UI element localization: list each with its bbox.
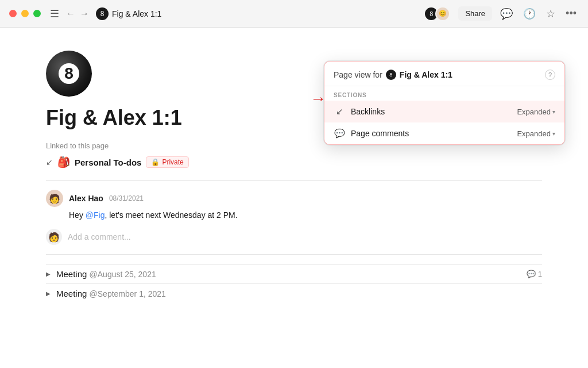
- dropdown-title: Page view for 8 Fig & Alex 1:1: [334, 70, 452, 80]
- history-icon[interactable]: 🕐: [521, 5, 538, 22]
- sections-label: SECTIONS: [324, 86, 564, 101]
- titlebar-right: 8 😊 Share 💬 🕐 ☆ •••: [424, 5, 579, 22]
- page-comments-status-dropdown[interactable]: Expanded ▾: [517, 129, 555, 138]
- minimize-button[interactable]: [21, 10, 29, 17]
- more-icon[interactable]: •••: [563, 5, 579, 22]
- backlink-section-icon: ↙: [334, 106, 345, 117]
- traffic-lights: [9, 10, 41, 17]
- current-user-avatar: 🧑: [46, 229, 62, 245]
- back-button[interactable]: ←: [66, 9, 75, 19]
- backlinks-status-text: Expanded: [517, 108, 551, 116]
- lock-icon: 🔒: [151, 158, 160, 166]
- comment-num-1: 1: [538, 270, 542, 278]
- subpage-2-date: @September 1, 2021: [90, 289, 166, 298]
- dropdown-header: Page view for 8 Fig & Alex 1:1 ?: [324, 62, 564, 86]
- backlinks-status-dropdown[interactable]: Expanded ▾: [517, 108, 555, 116]
- comment-icon-1: 💬: [527, 270, 536, 278]
- subpage-1-label: Meeting @August 25, 2021: [56, 269, 521, 279]
- commenter-avatar: 🧑: [46, 190, 63, 207]
- avatar-alex: 😊: [435, 6, 450, 21]
- backlink-name: Personal To-dos: [75, 158, 141, 167]
- page-comments-label: Page comments: [351, 129, 511, 138]
- share-button[interactable]: Share: [458, 6, 492, 21]
- section-page-comments[interactable]: 💬 Page comments Expanded ▾: [324, 122, 564, 144]
- sub-pages: ▶ Meeting @August 25, 2021 💬 1 ▶ Meeting…: [46, 264, 542, 303]
- star-icon[interactable]: ☆: [544, 5, 558, 22]
- chat-icon[interactable]: 💬: [498, 5, 515, 22]
- avatar-group: 8 😊: [424, 6, 450, 21]
- comment-author: Alex Hao: [69, 194, 103, 203]
- comment-post: , let's meet next Wednesday at 2 PM.: [105, 210, 237, 220]
- add-comment-row[interactable]: 🧑 Add a comment...: [46, 229, 542, 245]
- linked-item[interactable]: ↙ 🎒 Personal To-dos 🔒 Private: [46, 156, 542, 168]
- expand-icon-2: ▶: [46, 290, 51, 297]
- nav-buttons: ← →: [66, 9, 89, 19]
- comment-mention: @Fig: [86, 210, 105, 220]
- comment-block: 🧑 Alex Hao 08/31/2021 Hey @Fig, let's me…: [46, 190, 542, 220]
- comment-header: 🧑 Alex Hao 08/31/2021: [46, 190, 542, 207]
- page-view-dropdown: Page view for 8 Fig & Alex 1:1 ? SECTION…: [324, 61, 565, 145]
- red-arrow-indicator: →: [310, 90, 326, 108]
- comment-date: 08/31/2021: [109, 194, 144, 202]
- backlink-icon: ↙: [46, 158, 53, 167]
- forward-button[interactable]: →: [80, 9, 89, 19]
- comments-chevron: ▾: [552, 131, 555, 137]
- section-backlinks[interactable]: ↙ Backlinks Expanded ▾: [324, 101, 564, 122]
- subpage-2-label: Meeting @September 1, 2021: [56, 289, 542, 298]
- private-badge: 🔒 Private: [146, 156, 188, 168]
- backlinks-label: Backlinks: [351, 107, 511, 116]
- comment-text: Hey @Fig, let's meet next Wednesday at 2…: [69, 210, 542, 220]
- dropdown-for-label: Page view for: [334, 70, 382, 79]
- dropdown-page-name: Fig & Alex 1:1: [400, 70, 452, 79]
- page-icon-small: 8: [96, 7, 109, 20]
- comments-section-icon: 💬: [334, 128, 345, 139]
- subpage-1-date: @August 25, 2021: [90, 270, 156, 279]
- 8ball-icon: [46, 51, 92, 97]
- backlinks-chevron: ▾: [552, 109, 555, 115]
- subpage-1[interactable]: ▶ Meeting @August 25, 2021 💬 1: [46, 264, 542, 283]
- backlink-emoji: 🎒: [57, 156, 70, 168]
- divider-2: [46, 254, 542, 255]
- private-label: Private: [162, 158, 183, 166]
- titlebar: ☰ ← → 8 Fig & Alex 1:1 8 😊 Share 💬 🕐 ☆ •…: [0, 0, 588, 28]
- close-button[interactable]: [9, 10, 17, 17]
- menu-icon[interactable]: ☰: [50, 7, 59, 20]
- fullscreen-button[interactable]: [33, 10, 41, 17]
- expand-icon-1: ▶: [46, 271, 51, 277]
- add-comment-placeholder[interactable]: Add a comment...: [68, 232, 131, 241]
- main-content: Fig & Alex 1:1 Linked to this page ↙ 🎒 P…: [0, 28, 588, 326]
- subpage-1-comment-count: 💬 1: [527, 270, 542, 278]
- page-icon: [46, 51, 92, 97]
- divider-1: [46, 180, 542, 181]
- page-comments-status-text: Expanded: [517, 129, 551, 138]
- help-icon[interactable]: ?: [545, 70, 555, 80]
- subpage-2[interactable]: ▶ Meeting @September 1, 2021: [46, 283, 542, 303]
- page-title-bar: Fig & Alex 1:1: [112, 9, 161, 18]
- dropdown-page-ball: 8: [386, 70, 396, 80]
- comment-pre: Hey: [69, 210, 86, 220]
